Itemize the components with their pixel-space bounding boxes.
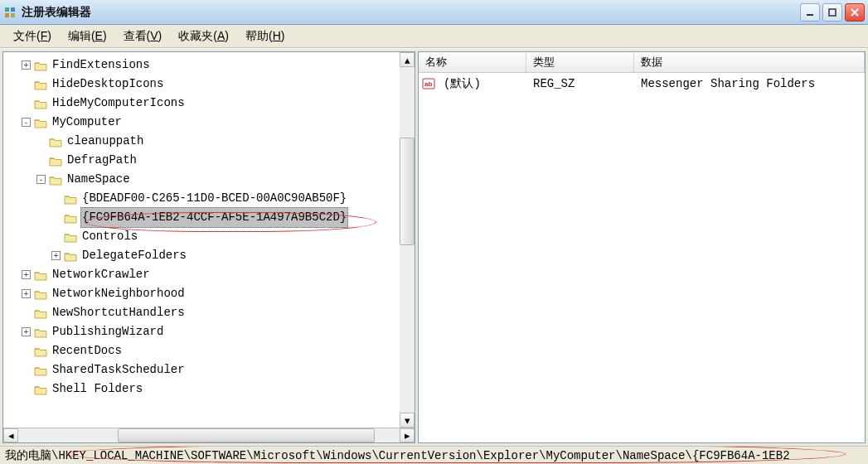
tree-item-label[interactable]: RecentDocs: [51, 341, 124, 360]
folder-icon: [34, 365, 47, 376]
expand-icon[interactable]: +: [22, 289, 31, 298]
tree-horizontal-scrollbar[interactable]: ◂ ▸: [3, 428, 415, 442]
tree-item[interactable]: +DelegateFolders: [7, 246, 415, 265]
tree-item-label[interactable]: Controls: [80, 227, 139, 246]
scroll-up-icon[interactable]: ▴: [400, 52, 415, 67]
folder-icon: [34, 269, 47, 281]
maximize-button[interactable]: [822, 3, 842, 22]
folder-icon: [49, 136, 62, 147]
svg-rect-3: [11, 13, 15, 17]
tree-item[interactable]: DefragPath: [7, 151, 415, 170]
expand-icon[interactable]: +: [22, 270, 31, 279]
tree-item-label[interactable]: FindExtensions: [51, 56, 152, 75]
svg-text:ab: ab: [424, 80, 432, 88]
svg-rect-0: [5, 7, 9, 12]
folder-icon: [34, 346, 47, 357]
tree-item[interactable]: Controls: [7, 227, 415, 246]
status-prefix: 我的电脑: [5, 448, 51, 463]
folder-icon: [64, 212, 77, 224]
menubar: 文件(F) 编辑(E) 查看(V) 收藏夹(A) 帮助(H): [0, 25, 868, 48]
tree-item[interactable]: HideMyComputerIcons: [7, 94, 415, 113]
tree-item-label[interactable]: {BDEADF00-C265-11D0-BCED-00A0C90AB50F}: [80, 189, 348, 208]
tree-item[interactable]: +FindExtensions: [7, 56, 415, 75]
close-button[interactable]: [845, 3, 865, 22]
tree-item[interactable]: NewShortcutHandlers: [7, 303, 415, 322]
statusbar: 我的电脑\HKEY_LOCAL_MACHINE\SOFTWARE\Microso…: [0, 446, 868, 464]
col-data[interactable]: 数据: [634, 52, 865, 72]
scroll-thumb[interactable]: [400, 138, 415, 245]
tree-item-label[interactable]: DelegateFolders: [80, 246, 188, 265]
tree-item-label[interactable]: MyComputer: [51, 113, 124, 132]
col-name[interactable]: 名称: [419, 52, 526, 72]
tree-item-label[interactable]: SharedTaskScheduler: [51, 360, 187, 379]
minimize-button[interactable]: [800, 3, 820, 22]
status-path: \HKEY_LOCAL_MACHINE\SOFTWARE\Microsoft\W…: [51, 449, 790, 462]
folder-icon: [34, 326, 47, 338]
tree-item-label[interactable]: HideDesktopIcons: [51, 75, 165, 94]
value-type: REG_SZ: [526, 77, 634, 90]
tree-item-label[interactable]: NetworkNeighborhood: [51, 284, 187, 303]
folder-icon: [34, 60, 47, 71]
folder-icon: [34, 288, 47, 300]
folder-icon: [34, 98, 47, 109]
folder-icon: [64, 250, 77, 262]
tree-item-label[interactable]: NameSpace: [65, 170, 132, 189]
tree-item[interactable]: {BDEADF00-C265-11D0-BCED-00A0C90AB50F}: [7, 189, 415, 208]
menu-file[interactable]: 文件(F): [5, 26, 60, 47]
values-panel: 名称 类型 数据 ab(默认)REG_SZMessenger Sharing F…: [418, 51, 866, 443]
tree-item[interactable]: HideDesktopIcons: [7, 75, 415, 94]
tree-item[interactable]: SharedTaskScheduler: [7, 360, 415, 379]
collapse-icon[interactable]: -: [36, 175, 46, 184]
svg-rect-2: [5, 13, 9, 17]
tree-item-label[interactable]: NetworkCrawler: [51, 265, 152, 284]
menu-view[interactable]: 查看(V): [115, 26, 171, 47]
titlebar: 注册表编辑器: [0, 0, 868, 25]
value-data: Messenger Sharing Folders: [634, 77, 822, 90]
folder-icon: [34, 307, 47, 319]
tree-item[interactable]: Shell Folders: [7, 379, 415, 399]
tree-item-label[interactable]: HideMyComputerIcons: [51, 94, 187, 113]
string-value-icon: ab: [422, 77, 435, 90]
scroll-thumb[interactable]: [118, 428, 375, 442]
tree-vertical-scrollbar[interactable]: ▴ ▾: [400, 52, 415, 428]
window-title: 注册表编辑器: [22, 5, 800, 20]
tree-item[interactable]: -MyComputer: [7, 113, 415, 132]
tree-item[interactable]: RecentDocs: [7, 341, 415, 360]
list-header: 名称 类型 数据: [419, 52, 865, 73]
folder-icon: [34, 117, 47, 128]
svg-rect-5: [829, 9, 836, 16]
tree-panel: +FindExtensionsHideDesktopIconsHideMyCom…: [2, 51, 415, 443]
registry-tree[interactable]: +FindExtensionsHideDesktopIconsHideMyCom…: [3, 52, 415, 428]
folder-icon: [34, 384, 47, 395]
tree-item-label[interactable]: cleanuppath: [65, 132, 145, 151]
folder-icon: [34, 79, 47, 90]
scroll-right-icon[interactable]: ▸: [400, 428, 415, 442]
tree-item[interactable]: +PublishingWizard: [7, 322, 415, 341]
list-row[interactable]: ab(默认)REG_SZMessenger Sharing Folders: [419, 75, 865, 93]
expand-icon[interactable]: +: [22, 327, 31, 336]
tree-item[interactable]: +NetworkNeighborhood: [7, 284, 415, 303]
tree-item[interactable]: {FC9FB64A-1EB2-4CCF-AF5E-1A497A9B5C2D}: [7, 208, 415, 227]
tree-item-label[interactable]: DefragPath: [65, 151, 138, 170]
tree-item-label[interactable]: {FC9FB64A-1EB2-4CCF-AF5E-1A497A9B5C2D}: [80, 207, 348, 228]
value-name: (默认): [437, 76, 526, 91]
expand-icon[interactable]: +: [22, 60, 31, 70]
menu-help[interactable]: 帮助(H): [237, 26, 293, 47]
svg-rect-1: [11, 7, 15, 12]
scroll-left-icon[interactable]: ◂: [3, 428, 18, 442]
tree-item-label[interactable]: NewShortcutHandlers: [51, 303, 187, 322]
folder-icon: [64, 231, 77, 243]
tree-item[interactable]: -NameSpace: [7, 170, 415, 189]
scroll-down-icon[interactable]: ▾: [400, 413, 415, 428]
list-body[interactable]: ab(默认)REG_SZMessenger Sharing Folders: [419, 73, 865, 442]
col-type[interactable]: 类型: [526, 52, 634, 72]
collapse-icon[interactable]: -: [22, 118, 31, 127]
menu-favorites[interactable]: 收藏夹(A): [170, 26, 237, 47]
tree-item[interactable]: cleanuppath: [7, 132, 415, 151]
tree-item-label[interactable]: PublishingWizard: [51, 322, 165, 341]
menu-edit[interactable]: 编辑(E): [60, 26, 115, 47]
tree-item[interactable]: +NetworkCrawler: [7, 265, 415, 284]
folder-icon: [49, 174, 62, 186]
expand-icon[interactable]: +: [51, 251, 61, 260]
tree-item-label[interactable]: Shell Folders: [51, 379, 144, 399]
